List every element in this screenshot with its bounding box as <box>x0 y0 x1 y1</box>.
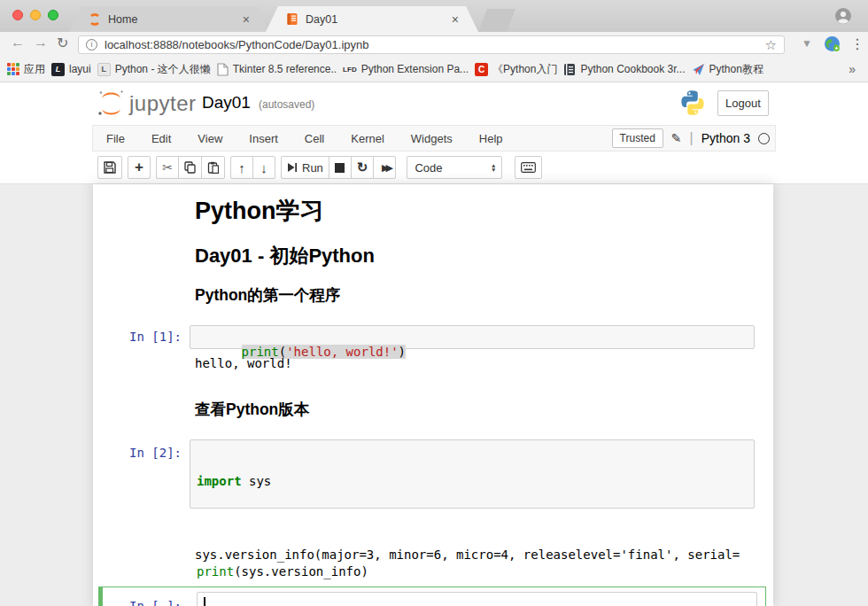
paper-plane-icon <box>692 63 705 76</box>
menu-help[interactable]: Help <box>466 132 516 145</box>
tab-home[interactable]: Home × <box>69 6 269 32</box>
new-tab-button[interactable] <box>478 9 515 32</box>
browser-tab-strip: Home × Day01 × <box>0 0 868 32</box>
cell1-output-text: hello, world! <box>195 356 292 370</box>
select-arrows-icon: ▲▼ <box>491 163 496 172</box>
python-logo-icon <box>678 89 707 117</box>
restart-kernel-button[interactable]: ↻ <box>351 156 375 179</box>
extension-chevron-icon[interactable]: ▼ <box>802 37 812 50</box>
window-minimize-button[interactable] <box>30 10 41 20</box>
trusted-badge[interactable]: Trusted <box>612 128 663 148</box>
checkpoint-status: (autosaved) <box>259 98 314 111</box>
copy-icon <box>184 161 196 174</box>
window-zoom-button[interactable] <box>48 10 58 20</box>
move-cell-down-button[interactable]: ↓ <box>252 156 275 179</box>
code-token-import: import <box>197 474 242 488</box>
command-palette-button[interactable] <box>515 156 542 179</box>
back-icon[interactable]: ← <box>11 35 25 50</box>
tab-title: Day01 <box>306 13 446 26</box>
stop-icon <box>335 163 345 173</box>
cell-type-value: Code <box>415 161 442 175</box>
notebook-site: Python学习 Day01 - 初始Python Python的第一个程序 I… <box>0 184 868 606</box>
tab-title: Home <box>108 13 237 26</box>
bookmark-layui[interactable]: L layui <box>51 63 91 76</box>
bookmark-lfd[interactable]: LFD Python Extension Pa... <box>343 63 469 75</box>
floppy-icon <box>104 161 116 174</box>
tab-day01[interactable]: Day01 × <box>266 6 478 32</box>
run-cell-button[interactable]: Run <box>281 156 329 179</box>
menu-kernel[interactable]: Kernel <box>337 132 398 145</box>
globe-extension-icon[interactable] <box>824 35 841 52</box>
heading-first-program: Python的第一个程序 <box>195 286 340 306</box>
interrupt-kernel-button[interactable] <box>329 156 352 179</box>
cell-type-select[interactable]: Code ▲▼ <box>407 156 502 179</box>
notebook-favicon <box>285 12 298 26</box>
forward-icon[interactable]: → <box>34 35 48 50</box>
menubar-divider: | <box>690 130 694 146</box>
menu-view[interactable]: View <box>184 132 236 145</box>
output-line: sys.version_info(major=3, minor=6, micro… <box>195 547 740 563</box>
add-cell-button[interactable]: + <box>128 156 151 179</box>
step-forward-icon <box>287 162 298 173</box>
save-button[interactable] <box>97 156 122 179</box>
edit-title-pencil-icon[interactable]: ✎ <box>671 131 682 145</box>
restart-run-all-button[interactable]: ▶▶ <box>373 156 396 179</box>
menu-cell[interactable]: Cell <box>291 132 337 145</box>
url-text[interactable]: localhost:8888/notebooks/PythonCode/Day0… <box>105 38 765 51</box>
profile-icon[interactable] <box>834 7 852 25</box>
cell2-code-editor[interactable]: import sys print(sys.version_info) print… <box>190 439 755 509</box>
copy-cell-button[interactable] <box>178 156 202 179</box>
apps-grid-icon <box>7 63 19 75</box>
browser-toolbar: ← → ↻ i localhost:8888/notebooks/PythonC… <box>0 32 868 57</box>
cell2-input-prompt: In [2]: <box>93 446 182 460</box>
browser-menu-icon[interactable]: ⋮ <box>850 35 864 52</box>
notebook-container: Python学习 Day01 - 初始Python Python的第一个程序 I… <box>93 184 773 606</box>
bookmarks-overflow-icon[interactable]: » <box>849 62 861 76</box>
notebook-menubar: File Edit View Insert Cell Kernel Widget… <box>92 125 776 152</box>
bookmark-cookbook[interactable]: Python Cookbook 3r... <box>563 63 685 76</box>
address-bar[interactable]: i localhost:8888/notebooks/PythonCode/Da… <box>78 35 785 54</box>
lfd-badge: LFD <box>343 66 357 74</box>
tab-close-icon[interactable]: × <box>243 12 250 27</box>
book-icon <box>563 63 576 76</box>
kernel-status-icon <box>758 133 770 144</box>
run-label: Run <box>302 161 323 175</box>
bookmark-tutorial[interactable]: Python教程 <box>692 62 763 77</box>
logout-button[interactable]: Logout <box>717 90 769 116</box>
cut-cell-button[interactable]: ✂ <box>156 156 179 179</box>
cell1-code-editor[interactable]: print('hello, world!') <box>190 325 755 349</box>
bookmark-star-icon[interactable]: ☆ <box>765 37 777 53</box>
layui-icon: L <box>51 63 65 76</box>
menu-insert[interactable]: Insert <box>236 132 291 145</box>
page-icon <box>217 63 229 76</box>
jupyter-logo[interactable]: jupyter <box>96 89 197 116</box>
menu-file[interactable]: File <box>93 132 138 145</box>
paste-icon <box>207 161 219 174</box>
kernel-name: Python 3 <box>701 131 750 145</box>
bookmark-tkinter[interactable]: Tkinter 8.5 reference.. <box>217 63 337 76</box>
jupyter-logo-text: jupyter <box>129 91 197 116</box>
move-cell-up-button[interactable]: ↑ <box>230 156 253 179</box>
menu-widgets[interactable]: Widgets <box>398 132 466 145</box>
tab-close-icon[interactable]: × <box>452 12 459 27</box>
jupyter-header: jupyter Day01 (autosaved) Logout <box>0 82 868 125</box>
paste-cell-button[interactable] <box>201 156 225 179</box>
bookmark-python-lazy[interactable]: L Python - 这个人很懒 <box>97 62 211 77</box>
bookmark-python-intro[interactable]: C 《Python入门 <box>475 62 557 77</box>
notebook-toolbar: + ✂ ↑ ↓ Run ↻ ▶▶ <box>0 152 868 184</box>
heading-python-version: 查看Python版本 <box>195 400 309 420</box>
page-info-icon[interactable]: i <box>86 39 97 50</box>
keyboard-icon <box>521 162 536 173</box>
cell3-input-prompt: In [ ]: <box>93 599 182 606</box>
code-token-string: 'hello, world!' <box>286 345 398 359</box>
notebook-title[interactable]: Day01 <box>202 93 251 113</box>
jupyter-logo-icon <box>96 89 126 116</box>
cell3-code-editor[interactable] <box>197 592 757 606</box>
bookmark-apps[interactable]: 应用 <box>7 62 45 77</box>
heading-day01: Day01 - 初始Python <box>195 244 375 268</box>
reload-icon[interactable]: ↻ <box>57 35 68 51</box>
heading-python-study: Python学习 <box>195 197 324 227</box>
menu-edit[interactable]: Edit <box>138 132 184 145</box>
letter-l-icon: L <box>97 63 111 76</box>
window-close-button[interactable] <box>12 10 23 20</box>
